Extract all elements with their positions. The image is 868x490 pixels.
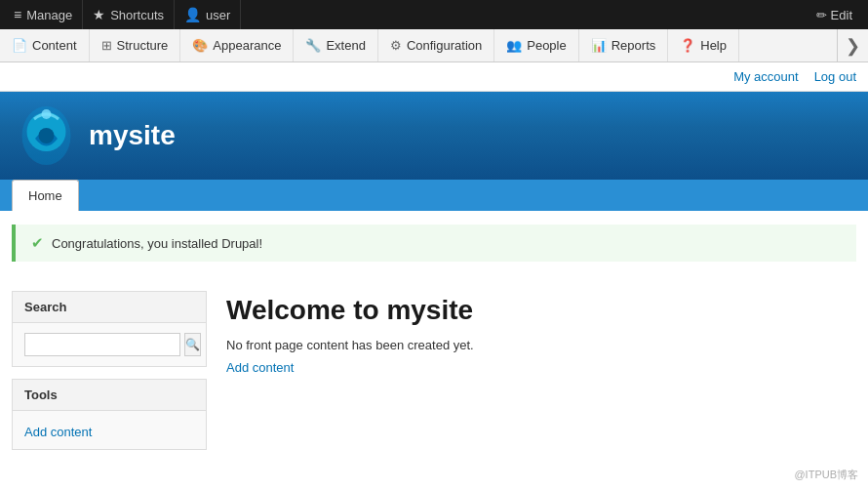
tools-block-content: Add content xyxy=(13,411,206,449)
my-account-link[interactable]: My account xyxy=(733,69,798,84)
search-block-content: 🔍 xyxy=(13,323,206,366)
user-button[interactable]: 👤 user xyxy=(175,0,241,29)
tools-block-title: Tools xyxy=(13,380,206,411)
content-label: Content xyxy=(32,38,77,53)
checkmark-icon: ✔ xyxy=(31,234,44,252)
home-tab[interactable]: Home xyxy=(12,180,79,211)
content-icon: 📄 xyxy=(12,38,27,53)
help-icon: ❓ xyxy=(680,38,695,53)
menu-reports[interactable]: 📊 Reports xyxy=(579,29,669,61)
svg-point-3 xyxy=(42,109,52,119)
search-form: 🔍 xyxy=(24,333,194,356)
manage-icon: ≡ xyxy=(14,7,21,22)
site-header: mysite xyxy=(0,92,868,180)
drupal-logo xyxy=(20,104,73,168)
menu-collapse-button[interactable]: ❯ xyxy=(837,29,868,61)
pencil-icon: ✏ xyxy=(816,8,827,22)
menu-appearance[interactable]: 🎨 Appearance xyxy=(180,29,294,61)
account-bar: My account Log out xyxy=(0,62,868,92)
log-out-link[interactable]: Log out xyxy=(814,69,856,84)
user-icon: 👤 xyxy=(184,7,201,22)
edit-label: Edit xyxy=(831,8,852,22)
shortcuts-label: Shortcuts xyxy=(110,8,164,22)
extend-label: Extend xyxy=(326,38,365,53)
collapse-icon: ❯ xyxy=(846,35,860,57)
page-content: Welcome to mysite No front page content … xyxy=(226,291,856,462)
search-input[interactable] xyxy=(24,333,180,356)
search-block: Search 🔍 xyxy=(12,291,207,367)
main-content: Search 🔍 Tools Add content Welcome to my… xyxy=(0,275,868,477)
page-title: Welcome to mysite xyxy=(226,295,856,326)
search-block-title: Search xyxy=(13,292,206,323)
appearance-label: Appearance xyxy=(213,38,281,53)
reports-icon: 📊 xyxy=(591,38,607,53)
page-body-text: No front page content has been created y… xyxy=(226,338,856,352)
watermark: @ITPUB博客 xyxy=(794,468,858,477)
shortcuts-button[interactable]: ★ Shortcuts xyxy=(83,0,175,29)
menu-structure[interactable]: ⊞ Structure xyxy=(90,29,181,61)
people-icon: 👥 xyxy=(506,38,522,53)
site-name: mysite xyxy=(89,120,176,151)
star-icon: ★ xyxy=(93,7,105,22)
edit-button[interactable]: ✏ Edit xyxy=(805,0,864,29)
config-icon: ⚙ xyxy=(390,38,402,53)
structure-label: Structure xyxy=(117,38,169,53)
tools-block: Tools Add content xyxy=(12,379,207,450)
menu-bar: 📄 Content ⊞ Structure 🎨 Appearance 🔧 Ext… xyxy=(0,29,868,62)
extend-icon: 🔧 xyxy=(305,38,321,53)
menu-help[interactable]: ❓ Help xyxy=(668,29,739,61)
appearance-icon: 🎨 xyxy=(192,38,208,53)
help-label: Help xyxy=(700,38,727,53)
people-label: People xyxy=(527,38,566,53)
admin-toolbar-right: ✏ Edit xyxy=(805,0,864,29)
menu-people[interactable]: 👥 People xyxy=(494,29,578,61)
search-button[interactable]: 🔍 xyxy=(184,333,201,356)
menu-content[interactable]: 📄 Content xyxy=(0,29,90,61)
user-label: user xyxy=(206,8,230,22)
menu-configuration[interactable]: ⚙ Configuration xyxy=(378,29,494,61)
success-message: ✔ Congratulations, you installed Drupal! xyxy=(12,225,856,262)
tools-add-content-link[interactable]: Add content xyxy=(24,425,194,439)
manage-button[interactable]: ≡ Manage xyxy=(4,0,83,29)
menu-extend[interactable]: 🔧 Extend xyxy=(294,29,377,61)
structure-icon: ⊞ xyxy=(101,38,112,53)
admin-toolbar: ≡ Manage ★ Shortcuts 👤 user ✏ Edit xyxy=(0,0,868,29)
search-icon: 🔍 xyxy=(185,338,200,351)
site-nav: Home xyxy=(0,180,868,211)
configuration-label: Configuration xyxy=(407,38,482,53)
manage-label: Manage xyxy=(26,8,72,22)
reports-label: Reports xyxy=(612,38,656,53)
add-content-link[interactable]: Add content xyxy=(226,360,294,375)
success-text: Congratulations, you installed Drupal! xyxy=(52,236,262,251)
sidebar: Search 🔍 Tools Add content xyxy=(12,291,207,462)
svg-point-2 xyxy=(39,128,55,143)
